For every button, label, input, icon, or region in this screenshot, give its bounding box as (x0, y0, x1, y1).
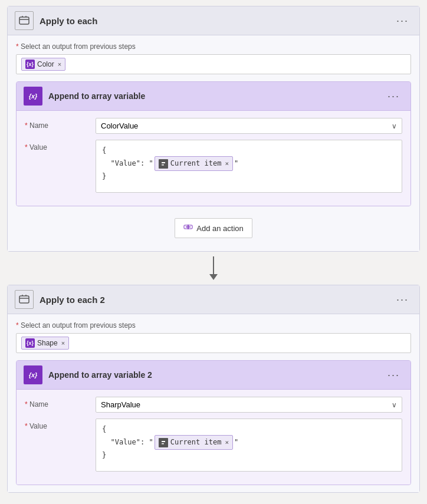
loop2-value-label: * Value (25, 419, 96, 430)
loop1-name-control: ColorValue ∨ (96, 118, 402, 134)
loop2-body: * Select an output from previous steps {… (8, 314, 419, 492)
svg-rect-1 (160, 161, 166, 167)
loop1-action-title: Append to array variable (48, 91, 145, 101)
loop2-name-dropdown[interactable]: SharpValue ∨ (96, 397, 402, 413)
loop2-action-body: * Name SharpValue ∨ * Value (17, 390, 410, 485)
loop1-select-label: * Select an output from previous steps (16, 42, 411, 51)
loop2-card: Apply to each 2 ··· * Select an output f… (7, 285, 420, 493)
loop1-card: Apply to each ··· * Select an output fro… (7, 6, 420, 252)
loop2-value-control: { "Value": " (96, 419, 402, 472)
loop1-value-text: "Value": " (102, 158, 153, 169)
loop2-name-value: SharpValue (101, 400, 140, 409)
loop2-value-row: * Value { "Value": " (25, 419, 402, 472)
loop2-action-title: Append to array variable 2 (48, 370, 152, 380)
loop1-value-line: "Value": " (102, 156, 396, 171)
loop1-tag-text: Color (37, 60, 54, 68)
loop1-action-ellipsis-button[interactable]: ··· (384, 89, 403, 104)
loop1-action-header-left: {x} Append to array variable (24, 87, 145, 106)
svg-rect-0 (19, 17, 29, 24)
loop1-value-textarea[interactable]: { "Value": " (96, 140, 402, 193)
loop1-dropdown-arrow-icon: ∨ (392, 122, 397, 130)
loop1-ellipsis-button[interactable]: ··· (393, 14, 412, 28)
loop2-tag-icon: {x} (25, 338, 35, 348)
loop1-tag-input[interactable]: {x} Color × (16, 54, 411, 74)
loop1-header: Apply to each ··· (8, 6, 419, 35)
loop2-tag-text: Shape (37, 339, 58, 347)
loop2-select-label: * Select an output from previous steps (16, 321, 411, 330)
loop1-name-label: * Name (25, 118, 96, 130)
loop2-name-control: SharpValue ∨ (96, 397, 402, 413)
loop1-add-action-icon (183, 222, 193, 234)
loop2-name-label: * Name (25, 397, 96, 409)
loop1-add-action-area: Add an action (16, 206, 411, 244)
loop1-header-left: Apply to each (15, 11, 97, 30)
svg-rect-7 (19, 296, 29, 303)
loop2-shape-tag: {x} Shape × (21, 337, 69, 350)
loop2-value-line: "Value": " (102, 435, 396, 450)
loop2-value-suffix: " (234, 437, 238, 448)
loop1-value-label: * Value (25, 140, 96, 151)
loop1-current-item-icon (159, 159, 168, 169)
loop1-current-item-tag: Current item × (155, 156, 233, 171)
loop1-value-row: * Value { "Value": " (25, 140, 402, 193)
loop1-action-card: {x} Append to array variable ··· * Name (16, 81, 411, 206)
loop1-name-value: ColorValue (101, 121, 138, 130)
loop1-action-header: {x} Append to array variable ··· (17, 82, 410, 111)
loop2-header: Apply to each 2 ··· (8, 285, 419, 314)
loop2-header-left: Apply to each 2 (15, 290, 105, 309)
loop2-name-row: * Name SharpValue ∨ (25, 397, 402, 413)
loop2-value-close: } (102, 450, 396, 461)
loop2-action-ellipsis-button[interactable]: ··· (384, 368, 403, 383)
loop1-value-control: { "Value": " (96, 140, 402, 193)
loop2-value-textarea[interactable]: { "Value": " (96, 419, 402, 472)
loop2-dropdown-arrow-icon: ∨ (392, 401, 397, 409)
svg-rect-2 (162, 162, 165, 163)
loop1-action-icon: {x} (24, 87, 42, 106)
loop2-action-card: {x} Append to array variable 2 ··· * Nam… (16, 360, 411, 485)
svg-rect-9 (162, 441, 165, 442)
loop2-icon (15, 290, 34, 309)
loop2-action-header: {x} Append to array variable 2 ··· (17, 361, 410, 390)
loop1-body: * Select an output from previous steps {… (8, 35, 419, 251)
loop1-value-suffix: " (234, 158, 238, 169)
loop2-current-item-tag: Current item × (155, 435, 233, 450)
loop2-current-item-close[interactable]: × (225, 437, 229, 448)
loop1-tag-close[interactable]: × (58, 61, 61, 68)
arrow-line (213, 256, 214, 274)
loop1-current-item-close[interactable]: × (225, 159, 229, 169)
arrow-head-icon (209, 274, 218, 280)
svg-rect-3 (162, 164, 164, 166)
loop1-color-tag: {x} Color × (21, 58, 65, 71)
loop1-name-row: * Name ColorValue ∨ (25, 118, 402, 134)
loop2-tag-close[interactable]: × (61, 340, 65, 347)
loop1-value-close: } (102, 171, 396, 182)
loop1-name-dropdown[interactable]: ColorValue ∨ (96, 118, 402, 134)
loop2-value-text: "Value": " (102, 437, 153, 448)
loop1-icon (15, 11, 34, 30)
loop2-action-icon: {x} (24, 365, 42, 384)
loop1-add-action-button[interactable]: Add an action (175, 218, 252, 238)
loop2-action-header-left: {x} Append to array variable 2 (24, 365, 152, 384)
loop1-tag-icon: {x} (25, 60, 35, 69)
loop2-tag-input[interactable]: {x} Shape × (16, 333, 411, 353)
loop2-current-item-icon (159, 438, 168, 447)
svg-rect-10 (162, 443, 164, 444)
loop1-action-body: * Name ColorValue ∨ * Value (17, 111, 410, 206)
loop1-current-item-text: Current item (170, 158, 222, 169)
loop2-value-prefix: { (102, 424, 396, 435)
loop1-title: Apply to each (40, 16, 97, 26)
arrow-connector (209, 252, 218, 285)
loop2-current-item-text: Current item (170, 437, 222, 448)
svg-rect-8 (160, 440, 166, 446)
loop2-ellipsis-button[interactable]: ··· (393, 292, 412, 307)
loop1-add-action-label: Add an action (196, 224, 244, 233)
loop1-value-prefix: { (102, 145, 396, 156)
loop2-title: Apply to each 2 (40, 295, 105, 305)
